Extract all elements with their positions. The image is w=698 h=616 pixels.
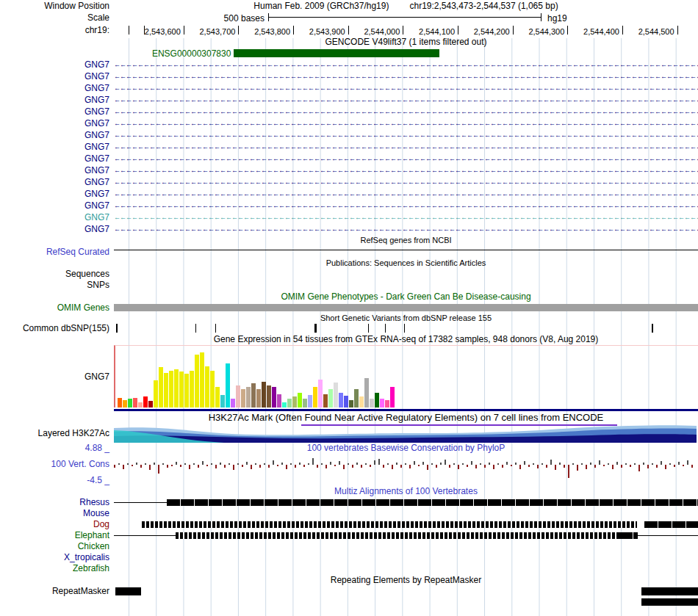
species-label[interactable]: Dog: [0, 519, 114, 530]
transcript-line[interactable]: ←←←←←←←←←←←←←←←←←←←←←←←←←←←←←←←←←←←←←←←←…: [114, 117, 698, 129]
gtex-bar[interactable]: [323, 394, 328, 407]
gtex-bar[interactable]: [390, 387, 395, 407]
gtex-bar[interactable]: [292, 396, 297, 407]
sequences-label[interactable]: Sequences: [0, 269, 114, 280]
transcript-line[interactable]: ←←←←←←←←←←←←←←←←←←←←←←←←←←←←←←←←←←←←←←←←…: [114, 70, 698, 82]
gtex-bar[interactable]: [231, 399, 235, 407]
transcript-line[interactable]: ←←←←←←←←←←←←←←←←←←←←←←←←←←←←←←←←←←←←←←←←…: [114, 211, 698, 223]
gtex-bar[interactable]: [241, 389, 245, 407]
transcript-label[interactable]: GNG7: [0, 176, 114, 188]
gtex-bar[interactable]: [118, 398, 122, 407]
gtex-bar[interactable]: [226, 363, 230, 407]
transcript-label[interactable]: GNG7: [0, 94, 114, 106]
gtex-bar[interactable]: [282, 402, 287, 407]
dbsnp-label[interactable]: Common dbSNP(155): [0, 323, 114, 333]
dbsnp-track[interactable]: [114, 323, 698, 333]
omim-genes-label[interactable]: OMIM Genes: [0, 302, 114, 313]
gtex-bar[interactable]: [143, 396, 148, 407]
gtex-bar[interactable]: [303, 399, 307, 407]
gtex-bar[interactable]: [272, 387, 276, 407]
gtex-bar[interactable]: [195, 355, 199, 407]
snp-tick[interactable]: [116, 324, 118, 333]
transcript-line[interactable]: ←←←←←←←←←←←←←←←←←←←←←←←←←←←←←←←←←←←←←←←←…: [114, 94, 698, 106]
gtex-bar[interactable]: [256, 389, 261, 407]
omim-genes-track[interactable]: [114, 302, 698, 313]
gtex-bar[interactable]: [205, 366, 209, 407]
species-label[interactable]: X_tropicalis: [0, 552, 114, 563]
transcript-line[interactable]: ←←←←←←←←←←←←←←←←←←←←←←←←←←←←←←←←←←←←←←←←…: [114, 188, 698, 200]
gtex-bar[interactable]: [318, 380, 323, 407]
gtex-bar[interactable]: [138, 402, 143, 407]
gtex-bar[interactable]: [123, 400, 127, 407]
alignment-track[interactable]: [114, 541, 698, 552]
gtex-bar[interactable]: [344, 396, 348, 407]
repeat-box[interactable]: [641, 587, 698, 595]
transcript-label[interactable]: GNG7: [0, 211, 114, 223]
gtex-bar[interactable]: [308, 395, 312, 407]
gtex-bar[interactable]: [215, 387, 220, 407]
gtex-bar[interactable]: [133, 398, 137, 407]
refseq-curated-label[interactable]: RefSeq Curated: [0, 246, 114, 258]
gtex-bar[interactable]: [159, 367, 163, 407]
gtex-bar[interactable]: [210, 371, 215, 407]
transcript-label[interactable]: GNG7: [0, 153, 114, 164]
alignment-track[interactable]: [114, 497, 698, 508]
gtex-bar[interactable]: [251, 383, 256, 407]
repeatmasker-track-2[interactable]: [114, 597, 698, 606]
gtex-bar[interactable]: [246, 387, 251, 407]
repeat-box[interactable]: [115, 587, 140, 595]
gtex-bar[interactable]: [190, 371, 194, 407]
conservation-wiggle[interactable]: [114, 453, 698, 485]
transcript-line[interactable]: ←←←←←←←←←←←←←←←←←←←←←←←←←←←←←←←←←←←←←←←←…: [114, 153, 698, 164]
transcript-label[interactable]: GNG7: [0, 106, 114, 117]
transcript-label[interactable]: GNG7: [0, 117, 114, 129]
species-label[interactable]: Mouse: [0, 508, 114, 519]
gene-bar[interactable]: [234, 49, 439, 57]
gtex-bar[interactable]: [359, 396, 364, 407]
gtex-bar[interactable]: [220, 395, 225, 407]
transcript-label[interactable]: GNG7: [0, 164, 114, 176]
gtex-bar[interactable]: [370, 399, 374, 407]
snp-tick[interactable]: [385, 324, 386, 333]
transcript-line[interactable]: ←←←←←←←←←←←←←←←←←←←←←←←←←←←←←←←←←←←←←←←←…: [114, 223, 698, 235]
gtex-bar[interactable]: [267, 385, 271, 407]
snp-tick[interactable]: [368, 324, 369, 333]
transcript-line[interactable]: ←←←←←←←←←←←←←←←←←←←←←←←←←←←←←←←←←←←←←←←←…: [114, 200, 698, 211]
species-label[interactable]: Chicken: [0, 541, 114, 552]
snp-tick[interactable]: [195, 324, 196, 333]
gtex-bar[interactable]: [287, 399, 292, 407]
transcript-label[interactable]: GNG7: [0, 188, 114, 200]
gtex-bar[interactable]: [364, 378, 369, 407]
alignment-track[interactable]: [114, 508, 698, 519]
ruler-content[interactable]: 2,543,6002,543,7002,543,8002,543,9002,54…: [114, 23, 698, 37]
transcript-label[interactable]: GNG7: [0, 129, 114, 141]
conservation-label[interactable]: 100 Vert. Cons: [51, 459, 109, 469]
gtex-bar[interactable]: [169, 371, 173, 407]
gtex-bar[interactable]: [179, 372, 184, 407]
snp-tick[interactable]: [215, 324, 216, 333]
gtex-bar[interactable]: [184, 374, 189, 407]
refseq-curated-track[interactable]: [114, 246, 698, 258]
gtex-bar[interactable]: [375, 393, 379, 407]
snp-tick[interactable]: [314, 324, 317, 333]
alignment-track[interactable]: [114, 530, 698, 541]
gtex-bar[interactable]: [380, 399, 384, 407]
gtex-bar[interactable]: [385, 400, 389, 407]
transcript-line[interactable]: ←←←←←←←←←←←←←←←←←←←←←←←←←←←←←←←←←←←←←←←←…: [114, 141, 698, 153]
transcript-label[interactable]: GNG7: [0, 141, 114, 153]
transcript-label[interactable]: GNG7: [0, 70, 114, 82]
repeatmasker-track[interactable]: [114, 586, 698, 597]
h3k27ac-label[interactable]: Layered H3K27Ac: [0, 424, 114, 443]
gtex-bar[interactable]: [334, 383, 338, 407]
species-label[interactable]: Elephant: [0, 530, 114, 541]
transcript-label[interactable]: GNG7: [0, 223, 114, 235]
alignment-track[interactable]: [114, 552, 698, 563]
gtex-bar[interactable]: [354, 389, 359, 407]
transcript-line[interactable]: ←←←←←←←←←←←←←←←←←←←←←←←←←←←←←←←←←←←←←←←←…: [114, 59, 698, 70]
transcript-line[interactable]: ←←←←←←←←←←←←←←←←←←←←←←←←←←←←←←←←←←←←←←←←…: [114, 129, 698, 141]
alignment-track[interactable]: [114, 563, 698, 574]
gtex-bar[interactable]: [277, 394, 281, 407]
gtex-bar[interactable]: [148, 401, 153, 407]
snp-tick[interactable]: [652, 324, 653, 333]
gtex-bar[interactable]: [298, 393, 302, 407]
